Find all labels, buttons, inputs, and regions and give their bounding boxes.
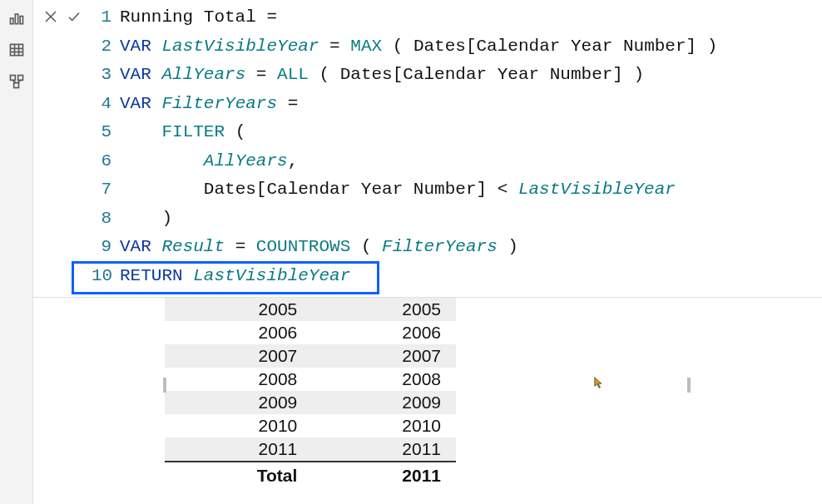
cell: 2008 — [165, 368, 312, 391]
cancel-button[interactable] — [43, 9, 58, 24]
operator: = — [329, 37, 350, 56]
data-table: 20052005 20062006 20072007 20082008 2009… — [165, 298, 456, 487]
code-line-1: 1Running Total = — [92, 3, 822, 32]
indent — [120, 209, 161, 228]
keyword: VAR — [120, 37, 161, 56]
code-line-8: 8 ) — [92, 205, 822, 234]
keyword: VAR — [120, 65, 161, 84]
svg-rect-2 — [20, 17, 22, 24]
indent — [120, 151, 204, 170]
table-row[interactable]: 20052005 — [165, 298, 456, 321]
line-number: 2 — [92, 32, 120, 62]
keyword: VAR — [120, 94, 161, 113]
commit-button[interactable] — [67, 9, 82, 24]
svg-rect-3 — [10, 44, 22, 55]
variable: FilterYears — [161, 94, 287, 113]
function: COUNTROWS — [256, 237, 361, 256]
cell: 2005 — [312, 298, 456, 321]
code-line-3: 3VAR AllYears = ALL ( Dates[Calendar Yea… — [92, 61, 822, 90]
main-area: 1Running Total = 2VAR LastVisibleYear = … — [33, 0, 822, 504]
code-text: ( Dates[Calendar Year Number] ) — [393, 37, 718, 56]
code-line-7: 7 Dates[Calendar Year Number] < LastVisi… — [92, 175, 822, 205]
view-rail — [0, 0, 33, 504]
operator: = — [288, 94, 299, 113]
report-view-icon[interactable] — [8, 10, 25, 27]
measure-name: Running Total — [120, 7, 266, 27]
code-line-6: 6 AllYears, — [92, 147, 822, 176]
cell: 2008 — [312, 368, 456, 391]
variable: LastVisibleYear — [518, 180, 676, 199]
keyword: RETURN — [120, 266, 193, 285]
scroll-handle-left[interactable] — [163, 378, 166, 393]
total-value: 2011 — [312, 462, 456, 487]
variable: LastVisibleYear — [161, 37, 329, 56]
cell: 2009 — [165, 391, 312, 414]
variable: LastVisibleYear — [193, 266, 350, 285]
formula-bar: 1Running Total = 2VAR LastVisibleYear = … — [33, 0, 822, 298]
model-view-icon[interactable] — [8, 73, 25, 90]
cell: 2006 — [312, 321, 456, 344]
line-number: 1 — [92, 3, 120, 32]
report-canvas[interactable]: 20052005 20062006 20072007 20082008 2009… — [33, 298, 822, 504]
function: FILTER — [161, 122, 235, 141]
line-number: 8 — [92, 205, 120, 234]
cell: 2011 — [312, 437, 456, 462]
code-text: ( Dates[Calendar Year Number] ) — [319, 65, 644, 84]
table-row[interactable]: 20082008 — [165, 368, 456, 391]
cell: 2009 — [312, 391, 456, 414]
svg-rect-9 — [17, 76, 22, 81]
operator: = — [256, 65, 277, 84]
code-line-10: 10RETURN LastVisibleYear — [92, 262, 822, 291]
line-number: 7 — [92, 175, 120, 205]
indent — [120, 180, 204, 199]
cell: 2007 — [165, 344, 312, 368]
line-number: 10 — [92, 262, 120, 291]
operator: = — [235, 237, 256, 256]
line-number: 9 — [92, 233, 120, 262]
code-text: Dates[Calendar Year Number] < — [204, 180, 518, 199]
variable: AllYears — [204, 151, 288, 170]
svg-rect-10 — [13, 83, 18, 88]
code-text: ) — [508, 237, 518, 256]
scroll-handle-right[interactable] — [687, 378, 691, 393]
table-total-row: Total2011 — [165, 462, 456, 487]
function: ALL — [277, 65, 319, 84]
code-text: ( — [235, 122, 246, 141]
line-number: 4 — [92, 90, 120, 119]
cell: 2006 — [165, 321, 312, 344]
table-row[interactable]: 20072007 — [165, 344, 456, 368]
variable: FilterYears — [382, 237, 508, 256]
cell: 2010 — [165, 414, 312, 437]
svg-rect-1 — [15, 14, 17, 24]
variable: Result — [161, 237, 235, 256]
operator: = — [266, 7, 277, 27]
table-row[interactable]: 20062006 — [165, 321, 456, 344]
cursor-icon — [594, 377, 604, 390]
line-number: 3 — [92, 61, 120, 90]
function: MAX — [350, 37, 392, 56]
keyword: VAR — [120, 237, 161, 256]
cell: 2005 — [165, 298, 312, 321]
cell: 2011 — [165, 437, 312, 462]
total-label: Total — [165, 462, 312, 487]
code-text: ) — [161, 209, 172, 228]
code-text: , — [288, 151, 299, 170]
code-line-5: 5 FILTER ( — [92, 118, 822, 147]
line-number: 5 — [92, 118, 120, 147]
cell: 2007 — [312, 344, 456, 368]
svg-rect-0 — [10, 18, 12, 24]
table-visual[interactable]: 20052005 20062006 20072007 20082008 2009… — [165, 298, 689, 487]
svg-rect-8 — [10, 76, 15, 81]
indent — [120, 122, 161, 141]
table-row[interactable]: 20112011 — [165, 437, 456, 462]
table-row[interactable]: 20092009 — [165, 391, 456, 414]
code-text: ( — [361, 237, 382, 256]
formula-controls — [33, 0, 92, 27]
line-number: 6 — [92, 147, 120, 176]
data-view-icon[interactable] — [8, 42, 25, 58]
variable: AllYears — [161, 65, 255, 84]
table-row[interactable]: 20102010 — [165, 414, 456, 437]
code-line-4: 4VAR FilterYears = — [92, 90, 822, 119]
cell: 2010 — [312, 414, 456, 437]
dax-editor[interactable]: 1Running Total = 2VAR LastVisibleYear = … — [92, 0, 822, 297]
